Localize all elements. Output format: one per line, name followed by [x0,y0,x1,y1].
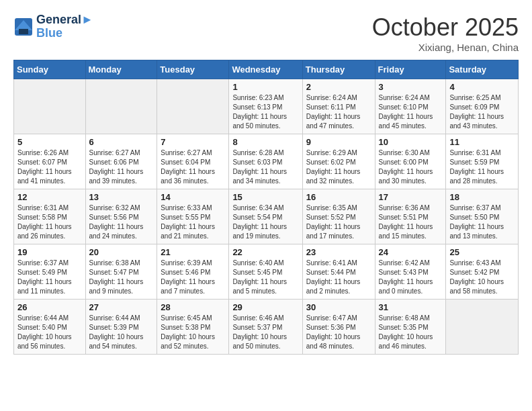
weekday-header-cell: Sunday [14,60,86,79]
calendar-cell: 4Sunrise: 6:25 AMSunset: 6:09 PMDaylight… [446,79,519,134]
weekday-header-cell: Saturday [446,60,519,79]
day-number: 11 [449,137,515,147]
day-info: Sunrise: 6:35 AMSunset: 5:52 PMDaylight:… [306,203,371,241]
day-number: 10 [379,137,443,147]
day-number: 4 [449,82,515,92]
calendar-week-row: 12Sunrise: 6:31 AMSunset: 5:58 PMDayligh… [14,189,519,244]
day-info: Sunrise: 6:32 AMSunset: 5:56 PMDaylight:… [89,203,154,241]
day-info: Sunrise: 6:36 AMSunset: 5:51 PMDaylight:… [379,203,443,241]
day-info: Sunrise: 6:30 AMSunset: 6:00 PMDaylight:… [379,148,443,186]
calendar-cell: 28Sunrise: 6:45 AMSunset: 5:38 PMDayligh… [157,300,229,355]
day-number: 16 [306,192,371,202]
calendar-cell: 21Sunrise: 6:39 AMSunset: 5:46 PMDayligh… [157,244,229,300]
calendar-cell: 3Sunrise: 6:24 AMSunset: 6:10 PMDaylight… [375,79,446,134]
logo: General► Blue [13,13,93,40]
day-info: Sunrise: 6:24 AMSunset: 6:11 PMDaylight:… [306,93,371,131]
weekday-header-cell: Wednesday [229,60,302,79]
calendar-cell: 8Sunrise: 6:28 AMSunset: 6:03 PMDaylight… [229,134,302,189]
day-number: 30 [306,302,371,312]
calendar-cell: 9Sunrise: 6:29 AMSunset: 6:02 PMDaylight… [302,134,375,189]
day-info: Sunrise: 6:28 AMSunset: 6:03 PMDaylight:… [232,148,298,186]
calendar-cell: 14Sunrise: 6:33 AMSunset: 5:55 PMDayligh… [157,189,229,244]
day-number: 14 [161,192,225,202]
day-number: 26 [17,302,82,312]
day-info: Sunrise: 6:25 AMSunset: 6:09 PMDaylight:… [449,93,515,131]
calendar-cell: 1Sunrise: 6:23 AMSunset: 6:13 PMDaylight… [229,79,302,134]
day-number: 17 [379,192,443,202]
calendar-week-row: 19Sunrise: 6:37 AMSunset: 5:49 PMDayligh… [14,244,519,300]
day-info: Sunrise: 6:43 AMSunset: 5:42 PMDaylight:… [449,259,515,296]
day-number: 12 [17,192,82,202]
weekday-header-cell: Thursday [302,60,375,79]
day-info: Sunrise: 6:23 AMSunset: 6:13 PMDaylight:… [232,93,298,131]
weekday-header-row: SundayMondayTuesdayWednesdayThursdayFrid… [14,60,519,79]
calendar-cell: 17Sunrise: 6:36 AMSunset: 5:51 PMDayligh… [375,189,446,244]
day-number: 21 [161,247,225,257]
calendar-cell: 5Sunrise: 6:26 AMSunset: 6:07 PMDaylight… [14,134,86,189]
day-number: 24 [379,247,443,257]
day-number: 1 [232,82,298,92]
svg-rect-2 [19,29,28,34]
calendar-cell: 18Sunrise: 6:37 AMSunset: 5:50 PMDayligh… [446,189,519,244]
calendar-cell: 26Sunrise: 6:44 AMSunset: 5:40 PMDayligh… [14,300,86,355]
month-title: October 2025 [372,13,519,42]
day-info: Sunrise: 6:40 AMSunset: 5:45 PMDaylight:… [232,259,298,296]
day-number: 19 [17,247,82,257]
calendar-cell: 27Sunrise: 6:44 AMSunset: 5:39 PMDayligh… [85,300,157,355]
day-info: Sunrise: 6:27 AMSunset: 6:04 PMDaylight:… [161,148,225,186]
title-area: October 2025 Xixiang, Henan, China [372,13,519,53]
day-number: 13 [89,192,154,202]
day-number: 2 [306,82,371,92]
calendar-cell [14,79,86,134]
day-info: Sunrise: 6:31 AMSunset: 5:58 PMDaylight:… [17,203,82,241]
calendar-cell [446,300,519,355]
day-info: Sunrise: 6:26 AMSunset: 6:07 PMDaylight:… [17,148,82,186]
day-info: Sunrise: 6:47 AMSunset: 5:36 PMDaylight:… [306,314,371,351]
calendar-cell: 2Sunrise: 6:24 AMSunset: 6:11 PMDaylight… [302,79,375,134]
calendar-week-row: 26Sunrise: 6:44 AMSunset: 5:40 PMDayligh… [14,300,519,355]
weekday-header-cell: Friday [375,60,446,79]
calendar-cell: 23Sunrise: 6:41 AMSunset: 5:44 PMDayligh… [302,244,375,300]
weekday-header-cell: Monday [85,60,157,79]
calendar-cell: 29Sunrise: 6:46 AMSunset: 5:37 PMDayligh… [229,300,302,355]
day-info: Sunrise: 6:41 AMSunset: 5:44 PMDaylight:… [306,259,371,296]
day-info: Sunrise: 6:46 AMSunset: 5:37 PMDaylight:… [232,314,298,351]
calendar-cell: 19Sunrise: 6:37 AMSunset: 5:49 PMDayligh… [14,244,86,300]
logo-text: General► Blue [36,13,93,40]
calendar-cell: 16Sunrise: 6:35 AMSunset: 5:52 PMDayligh… [302,189,375,244]
day-info: Sunrise: 6:37 AMSunset: 5:50 PMDaylight:… [449,203,515,241]
location-subtitle: Xixiang, Henan, China [372,42,519,53]
calendar-cell: 13Sunrise: 6:32 AMSunset: 5:56 PMDayligh… [85,189,157,244]
day-info: Sunrise: 6:39 AMSunset: 5:46 PMDaylight:… [161,259,225,296]
day-info: Sunrise: 6:34 AMSunset: 5:54 PMDaylight:… [232,203,298,241]
day-info: Sunrise: 6:42 AMSunset: 5:43 PMDaylight:… [379,259,443,296]
page-header: General► Blue October 2025 Xixiang, Hena… [13,13,519,53]
calendar-cell: 12Sunrise: 6:31 AMSunset: 5:58 PMDayligh… [14,189,86,244]
calendar-cell [85,79,157,134]
day-info: Sunrise: 6:29 AMSunset: 6:02 PMDaylight:… [306,148,371,186]
calendar-cell: 6Sunrise: 6:27 AMSunset: 6:06 PMDaylight… [85,134,157,189]
calendar-cell: 7Sunrise: 6:27 AMSunset: 6:04 PMDaylight… [157,134,229,189]
day-info: Sunrise: 6:48 AMSunset: 5:35 PMDaylight:… [379,314,443,351]
calendar-cell: 11Sunrise: 6:31 AMSunset: 5:59 PMDayligh… [446,134,519,189]
calendar-cell: 30Sunrise: 6:47 AMSunset: 5:36 PMDayligh… [302,300,375,355]
calendar-cell: 20Sunrise: 6:38 AMSunset: 5:47 PMDayligh… [85,244,157,300]
calendar-cell: 10Sunrise: 6:30 AMSunset: 6:00 PMDayligh… [375,134,446,189]
calendar-week-row: 1Sunrise: 6:23 AMSunset: 6:13 PMDaylight… [14,79,519,134]
day-info: Sunrise: 6:37 AMSunset: 5:49 PMDaylight:… [17,259,82,296]
day-number: 23 [306,247,371,257]
day-number: 8 [232,137,298,147]
day-number: 18 [449,192,515,202]
calendar-cell: 25Sunrise: 6:43 AMSunset: 5:42 PMDayligh… [446,244,519,300]
day-number: 31 [379,302,443,312]
day-number: 20 [89,247,154,257]
calendar-body: 1Sunrise: 6:23 AMSunset: 6:13 PMDaylight… [14,79,519,355]
day-number: 29 [232,302,298,312]
calendar-cell: 15Sunrise: 6:34 AMSunset: 5:54 PMDayligh… [229,189,302,244]
day-number: 15 [232,192,298,202]
day-number: 9 [306,137,371,147]
logo-icon [13,17,34,37]
calendar-cell [157,79,229,134]
calendar-cell: 22Sunrise: 6:40 AMSunset: 5:45 PMDayligh… [229,244,302,300]
calendar-cell: 31Sunrise: 6:48 AMSunset: 5:35 PMDayligh… [375,300,446,355]
